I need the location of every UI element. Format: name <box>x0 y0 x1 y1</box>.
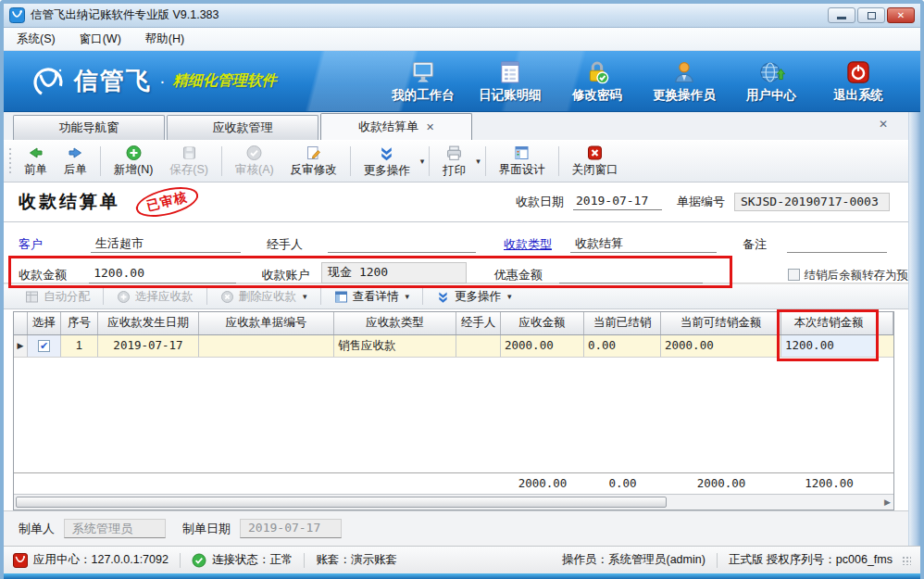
tabstrip-close-icon[interactable]: ✕ <box>879 118 888 131</box>
journal-detail-button[interactable]: 日记账明细 <box>470 59 550 104</box>
unaudit-button[interactable]: 反审修改 <box>282 143 345 180</box>
maker-field: 系统管理员 <box>64 519 166 538</box>
minimize-icon <box>837 17 846 19</box>
header-settled[interactable]: 当前已结销 <box>584 312 661 334</box>
save-button[interactable]: 保存(S) <box>161 143 217 180</box>
header-type[interactable]: 应收款类型 <box>334 312 456 334</box>
plus-circle-gray-icon <box>117 290 131 304</box>
user-center-button[interactable]: 用户中心 <box>731 59 811 104</box>
cell-current-editable[interactable]: 1200.00 <box>781 335 877 357</box>
ui-design-button[interactable]: 界面设计 <box>491 143 554 180</box>
brand-tagline: 精细化管理软件 <box>173 71 277 91</box>
make-date-label: 制单日期 <box>182 521 231 537</box>
handler-label: 经手人 <box>267 236 328 253</box>
header-form: 客户 生活超市 经手人 收款类型 收款结算 备注 收款金额 1200.00 收款… <box>4 222 908 283</box>
summary-amount: 2000.00 <box>501 473 584 494</box>
close-window-button[interactable]: 关闭窗口 <box>564 143 627 180</box>
receipt-type-label[interactable]: 收款类型 <box>504 236 570 253</box>
header-available[interactable]: 当前可结销金额 <box>661 312 781 334</box>
header-docno[interactable]: 应收款单据编号 <box>199 312 334 334</box>
handler-field[interactable] <box>328 235 476 253</box>
header-seq[interactable]: 序号 <box>61 312 98 334</box>
account-book-segment: 账套：演示账套 <box>316 552 397 568</box>
ledger-list-icon <box>496 59 524 85</box>
cell-docno <box>199 335 334 357</box>
doc-no-label: 单据编号 <box>677 194 725 210</box>
close-button[interactable]: ✕ <box>887 7 915 23</box>
auto-assign-button[interactable]: 自动分配 <box>16 286 99 308</box>
discount-field[interactable] <box>559 266 702 283</box>
tab-strip: 功能导航窗 应收款管理 收款结算单 ✕ ✕ <box>4 112 908 140</box>
dropdown-caret-icon[interactable]: ▾ <box>476 157 481 166</box>
transfer-balance-checkbox[interactable] <box>788 269 800 281</box>
receipt-date-field[interactable]: 2019-07-17 <box>573 194 662 210</box>
checked-checkbox-icon[interactable]: ✔ <box>38 340 50 352</box>
tab-receipt-settlement[interactable]: 收款结算单 ✕ <box>320 113 472 140</box>
dropdown-caret-icon: ▾ <box>303 292 307 301</box>
license-text: 正式版 授权序列号：pc006_fms <box>729 552 893 568</box>
brand-dot: · <box>159 70 166 92</box>
receivables-grid: 选择 序号 应收款发生日期 应收款单据编号 应收款类型 经手人 应收金额 当前已… <box>13 311 894 510</box>
dropdown-caret-icon[interactable]: ▾ <box>420 157 425 166</box>
exit-system-button[interactable]: 退出系统 <box>818 59 898 104</box>
tab-close-icon[interactable]: ✕ <box>426 122 434 132</box>
account-field[interactable]: 现金 1200 <box>321 262 467 283</box>
delete-receivable-button[interactable]: 删除应收款 ▾ <box>211 286 317 308</box>
app-center-text: 应用中心：127.0.0.1:7092 <box>33 552 169 568</box>
row-select-cell[interactable]: ✔ <box>28 335 61 357</box>
header-row-marker <box>14 312 28 334</box>
change-password-button[interactable]: 修改密码 <box>557 59 637 104</box>
audit-button[interactable]: 审核(A) <box>227 143 282 180</box>
scroll-right-arrow-icon[interactable]: ▶ <box>884 497 891 507</box>
audited-stamp: 已审核 <box>133 182 202 222</box>
summary-current: 1200.00 <box>781 473 877 494</box>
tab-function-nav[interactable]: 功能导航窗 <box>13 115 165 140</box>
toolbar-separator <box>422 288 423 305</box>
add-button[interactable]: 新增(N) <box>106 143 161 180</box>
main-toolbar: 前单 后单 新增(N) 保存(S) 审核(A) 反审修改 <box>4 140 908 183</box>
document-title: 收款结算单 <box>19 190 120 214</box>
header-amount[interactable]: 应收金额 <box>501 312 584 334</box>
table-row[interactable]: ▶ ✔ 1 2019-07-17 销售应收款 2000.00 0.00 2000… <box>14 335 893 358</box>
cell-settled: 0.00 <box>584 335 661 357</box>
scrollbar-thumb[interactable] <box>16 497 667 508</box>
customer-field[interactable]: 生活超市 <box>91 235 241 253</box>
menu-window[interactable]: 窗口(W) <box>80 31 121 47</box>
minimize-button[interactable] <box>828 7 855 23</box>
next-doc-button[interactable]: 后单 <box>56 143 95 180</box>
monitor-icon <box>409 59 437 85</box>
header-current[interactable]: 本次结销金额 <box>781 312 877 334</box>
header-select[interactable]: 选择 <box>28 312 61 334</box>
brand-logo-icon <box>30 63 67 100</box>
workbench-button[interactable]: 我的工作台 <box>383 59 463 104</box>
footer-fields: 制单人 系统管理员 制单日期 2019-07-17 <box>4 510 908 546</box>
app-center-logo-icon <box>13 553 28 568</box>
dropdown-caret-icon[interactable]: ▾ <box>507 292 512 301</box>
grid-more-actions-button[interactable]: 更多操作 ▾ <box>427 286 521 308</box>
menu-help[interactable]: 帮助(H) <box>145 31 184 47</box>
amount-field[interactable]: 1200.00 <box>89 266 235 283</box>
menu-system[interactable]: 系统(S) <box>17 31 56 47</box>
remark-label: 备注 <box>743 236 787 253</box>
app-window: 信管飞出纳记账软件专业版 V9.1.383 ✕ 系统(S) 窗口(W) 帮助(H… <box>0 0 924 579</box>
brand-banner: 信管飞 · 精细化管理软件 我的工作台 <box>4 51 920 112</box>
select-receivable-button[interactable]: 选择应收款 <box>107 286 203 308</box>
header-date[interactable]: 应收款发生日期 <box>98 312 199 334</box>
close-icon: ✕ <box>897 10 905 20</box>
operator-segment: 操作员：系统管理员(admin) <box>562 552 705 568</box>
prev-doc-button[interactable]: 前单 <box>16 143 56 180</box>
cell-filler <box>877 335 893 357</box>
print-button[interactable]: 打印 <box>434 143 474 181</box>
remark-field[interactable] <box>787 235 887 253</box>
dropdown-caret-icon[interactable]: ▾ <box>406 292 410 301</box>
header-handler[interactable]: 经手人 <box>456 312 501 334</box>
switch-operator-button[interactable]: 更换操作员 <box>644 59 724 104</box>
horizontal-scrollbar[interactable]: ▶ <box>14 494 893 510</box>
status-bar: 应用中心：127.0.0.1:7092 连接状态：正常 账套：演示账套 操作员：… <box>4 546 920 573</box>
more-actions-button[interactable]: 更多操作 <box>356 143 418 181</box>
maximize-button[interactable] <box>857 7 885 23</box>
resize-grip-icon[interactable] <box>902 556 911 565</box>
tab-receivables[interactable]: 应收款管理 <box>167 115 318 140</box>
view-detail-button[interactable]: 查看详情 ▾ <box>325 286 419 308</box>
receipt-type-field[interactable]: 收款结算 <box>570 235 717 253</box>
